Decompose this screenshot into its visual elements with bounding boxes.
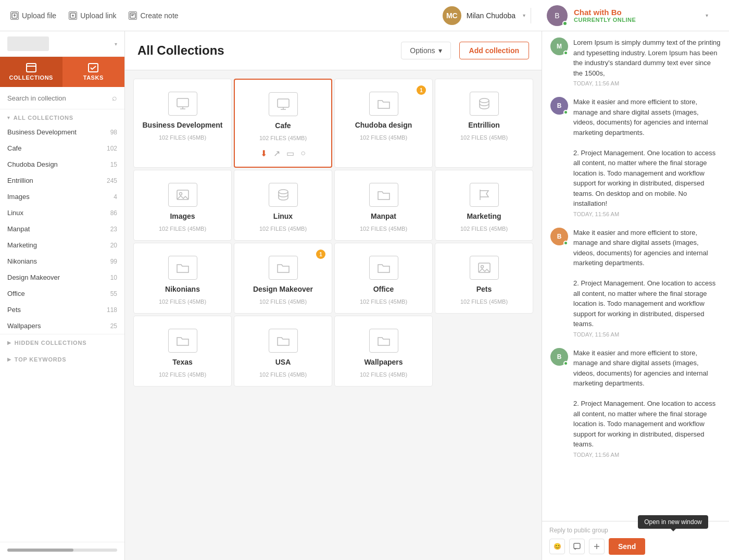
main-layout: ▾ COLLECTIONS TASKS ⌕ — [0, 31, 729, 560]
collection-card[interactable]: Images 102 FILES (45MB) — [133, 170, 232, 241]
svg-point-18 — [279, 190, 288, 194]
chat-input-row: 😊 Send — [549, 538, 722, 555]
info-icon[interactable]: ▭ — [286, 148, 294, 158]
msg-body: Make it easier and more efficient to sto… — [573, 97, 721, 217]
collection-name: Entrillion — [468, 121, 500, 129]
chat-comment-button[interactable] — [569, 539, 585, 554]
send-button[interactable]: Send — [609, 538, 645, 555]
storage-bar — [7, 549, 117, 552]
collection-card[interactable]: Linux 102 FILES (45MB) — [234, 170, 332, 241]
collection-name: Texas — [172, 358, 193, 366]
collection-name: Manpat — [371, 212, 396, 220]
collection-files: 102 FILES (45MB) — [159, 226, 206, 232]
collection-icon — [269, 183, 298, 207]
collection-card[interactable]: Pets 102 FILES (45MB) — [435, 243, 533, 314]
collection-card[interactable]: Texas 102 FILES (45MB) — [133, 316, 232, 387]
sidebar-item[interactable]: Images4 — [0, 189, 124, 205]
collection-icon — [369, 256, 398, 280]
user-dropdown-icon[interactable]: ▾ — [523, 13, 525, 18]
share-icon[interactable]: ↗ — [273, 148, 280, 158]
search-input[interactable] — [7, 94, 108, 102]
chat-add-button[interactable] — [589, 539, 605, 554]
collection-card[interactable]: 1 Chudoba design 102 FILES (45MB) — [334, 79, 433, 168]
logo-dropdown[interactable]: ▾ — [115, 41, 117, 47]
options-button[interactable]: Options ▾ — [401, 42, 450, 59]
more-icon[interactable]: ○ — [300, 148, 306, 158]
collection-icon — [269, 329, 298, 353]
collection-files: 102 FILES (45MB) — [460, 134, 508, 141]
sidebar-item[interactable]: Design Makeover10 — [0, 269, 124, 285]
msg-time: TODAY, 11:56 AM — [573, 452, 721, 458]
svg-point-17 — [179, 193, 182, 195]
toolbar: Upload file Upload link Create note — [0, 0, 729, 31]
sidebar-nav-tasks[interactable]: TASKS — [62, 57, 125, 87]
grid-scroll: Business Development 102 FILES (45MB) Ca… — [125, 70, 542, 560]
collection-card[interactable]: Wallpapers 102 FILES (45MB) — [334, 316, 433, 387]
msg-avatar: B — [550, 228, 568, 245]
download-icon[interactable]: ⬇ — [260, 148, 267, 158]
sidebar-item[interactable]: Nikonians99 — [0, 253, 124, 269]
upload-file-button[interactable]: Upload file — [10, 11, 56, 20]
sidebar-search: ⌕ — [0, 87, 124, 109]
sidebar-item[interactable]: Marketing20 — [0, 237, 124, 253]
collection-card[interactable]: Office 102 FILES (45MB) — [334, 243, 433, 314]
chat-with-title: Chat with Bo — [574, 8, 699, 17]
chat-message: B Make it easier and more efficient to s… — [550, 348, 721, 458]
sidebar-item[interactable]: Cafe102 — [0, 140, 124, 156]
create-note-button[interactable]: Create note — [129, 11, 178, 20]
collections-chevron-icon: ▾ — [7, 115, 10, 120]
sidebar-list: ▾ ALL COLLECTIONS Business Development98… — [0, 109, 124, 542]
collection-icon — [369, 92, 398, 116]
search-icon[interactable]: ⌕ — [112, 93, 117, 103]
add-collection-button[interactable]: Add collection — [459, 42, 529, 59]
sidebar-footer — [0, 542, 124, 560]
toolbar-divider — [531, 8, 531, 23]
sidebar-nav-collections[interactable]: COLLECTIONS — [0, 57, 62, 87]
app-logo — [7, 36, 49, 51]
online-indicator — [562, 21, 568, 26]
collection-card[interactable]: 1 Design Makeover 102 FILES (45MB) — [234, 243, 332, 314]
collection-files: 102 FILES (45MB) — [360, 371, 407, 378]
collection-name: Office — [373, 285, 394, 293]
top-keywords-section[interactable]: ▶ TOP KEYWORDS — [0, 351, 124, 368]
chat-status: CURRENTLY ONLINE — [574, 17, 699, 23]
collection-card[interactable]: Manpat 102 FILES (45MB) — [334, 170, 433, 241]
sidebar-item[interactable]: Wallpapers25 — [0, 318, 124, 334]
chat-emoji-button[interactable]: 😊 — [549, 539, 565, 554]
collection-icon — [168, 183, 197, 207]
collection-icon — [168, 329, 197, 353]
collection-card[interactable]: Entrillion 102 FILES (45MB) — [435, 79, 533, 168]
open-new-window-tooltip: Open in new window — [638, 515, 708, 529]
collection-name: Images — [170, 212, 195, 220]
collection-files: 102 FILES (45MB) — [460, 226, 508, 232]
sidebar-item[interactable]: Office55 — [0, 285, 124, 302]
msg-time: TODAY, 11:56 AM — [573, 331, 721, 338]
chat-message: B Make it easier and more efficient to s… — [550, 97, 721, 217]
msg-avatar: M — [550, 38, 568, 55]
collection-card[interactable]: Marketing 102 FILES (45MB) — [435, 170, 533, 241]
collection-card[interactable]: USA 102 FILES (45MB) — [234, 316, 332, 387]
collection-card[interactable]: Business Development 102 FILES (45MB) — [133, 79, 232, 168]
collection-icon — [269, 256, 298, 280]
upload-link-label: Upload link — [80, 11, 116, 20]
collection-card[interactable]: Cafe 102 FILES (45MB) ⬇ ↗ ▭ ○ — [234, 79, 332, 168]
collection-files: 102 FILES (45MB) — [360, 226, 407, 232]
sidebar-item[interactable]: Pets118 — [0, 302, 124, 318]
online-dot — [563, 361, 568, 366]
sidebar-item[interactable]: Business Development98 — [0, 124, 124, 140]
collection-icon — [269, 92, 298, 116]
collection-files: 102 FILES (45MB) — [159, 371, 206, 378]
collection-files: 102 FILES (45MB) — [360, 134, 407, 141]
sidebar-item[interactable]: Linux86 — [0, 205, 124, 221]
upload-link-button[interactable]: Upload link — [69, 11, 116, 20]
sidebar-item[interactable]: Chudoba Design15 — [0, 156, 124, 172]
hidden-collections-section[interactable]: ▶ HIDDEN COLLECTIONS — [0, 334, 124, 351]
toolbar-actions: Upload file Upload link Create note — [10, 11, 443, 20]
all-collections-header[interactable]: ▾ ALL COLLECTIONS — [0, 109, 124, 124]
sidebar-item[interactable]: Manpat23 — [0, 221, 124, 237]
chat-header: B Chat with Bo CURRENTLY ONLINE ▾ — [536, 5, 719, 26]
sidebar-item[interactable]: Entrillion245 — [0, 172, 124, 189]
collection-card[interactable]: Nikonians 102 FILES (45MB) — [133, 243, 232, 314]
collection-name: Business Development — [142, 121, 222, 129]
chat-dropdown-icon[interactable]: ▾ — [706, 13, 708, 18]
